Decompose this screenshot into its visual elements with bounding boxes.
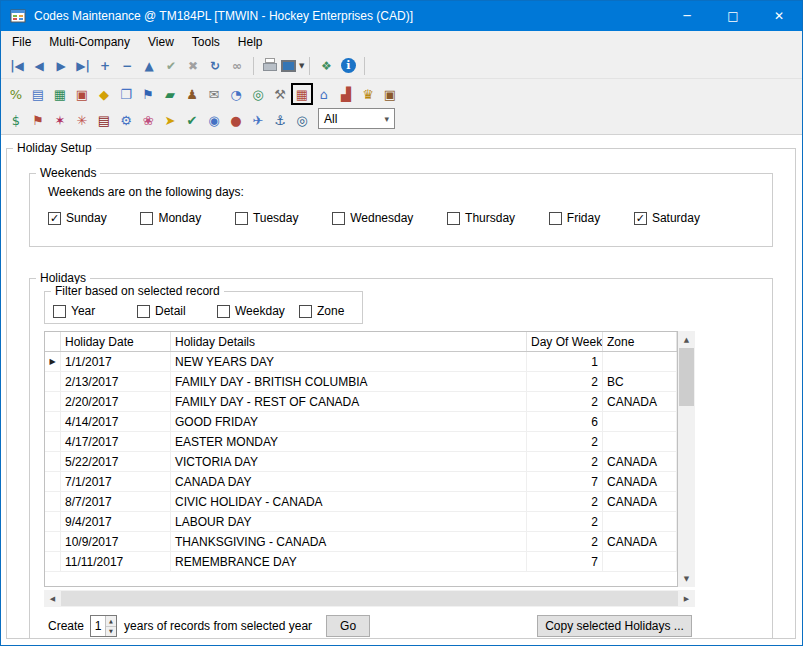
next-record-button[interactable]: ▶ [50,55,72,77]
vertical-scroll-thumb[interactable] [679,348,694,406]
holiday-row[interactable]: 4/14/2017GOOD FRIDAY6 [45,412,677,432]
weekend-checkbox-saturday[interactable]: ✓Saturday [634,211,700,225]
scroll-left-button[interactable]: ◀ [44,590,61,607]
badge-codes-icon[interactable]: ◆ [94,84,114,104]
check-codes-icon[interactable]: ✔ [182,110,202,130]
weekend-checkbox-sunday[interactable]: ✓Sunday [48,211,107,225]
checkbox-box[interactable] [140,212,153,225]
print-button[interactable] [259,55,281,77]
column-header-holiday-details[interactable]: Holiday Details [171,332,527,351]
calendar-codes-icon[interactable]: ▣ [72,84,92,104]
delete-record-button[interactable]: − [116,55,138,77]
clock-codes-icon[interactable]: ◔ [226,84,246,104]
title-bar[interactable]: Codes Maintenance @ TM184PL [TMWIN - Hoc… [1,1,802,31]
column-header-zone[interactable]: Zone [603,332,677,351]
truck-codes-icon[interactable]: ▰ [160,84,180,104]
weekend-checkbox-tuesday[interactable]: Tuesday [235,211,299,225]
report-codes-icon[interactable]: ▤ [94,110,114,130]
filter-checkbox-weekday[interactable]: Weekday [217,304,299,318]
horizontal-scroll-thumb[interactable] [61,591,678,606]
currency-codes-icon[interactable]: $ [6,110,26,130]
holiday-row[interactable]: 4/17/2017EASTER MONDAY2 [45,432,677,452]
target-codes-icon[interactable]: ◉ [204,110,224,130]
holiday-row[interactable]: 11/11/2017REMEMBRANCE DAY7 [45,552,677,572]
about-button[interactable]: i [337,55,359,77]
weekend-checkbox-monday[interactable]: Monday [140,211,201,225]
scroll-up-button[interactable]: ▲ [678,331,695,348]
filter-checkbox-year[interactable]: Year [53,304,137,318]
plane-codes-icon[interactable]: ✈ [248,110,268,130]
window-list-button[interactable]: ❖ [315,55,337,77]
horizontal-scroll-track[interactable] [61,590,678,607]
holiday-row[interactable]: 5/22/2017VICTORIA DAY2CANADA [45,452,677,472]
scroll-right-button[interactable]: ▶ [678,590,695,607]
flower-codes-icon[interactable]: ❀ [138,110,158,130]
burst-codes-icon[interactable]: ✳ [72,110,92,130]
column-header-day-of-week[interactable]: Day Of Week [527,332,603,351]
weekend-checkbox-friday[interactable]: Friday [549,211,600,225]
holiday-row[interactable]: ▶1/1/2017NEW YEARS DAY1 [45,352,677,372]
weekend-checkbox-wednesday[interactable]: Wednesday [332,211,413,225]
holiday-setup-icon[interactable]: ▦ [292,84,312,104]
checkbox-box[interactable] [549,212,562,225]
menu-item-view[interactable]: View [139,32,183,52]
scroll-down-button[interactable]: ▼ [678,570,695,587]
checkbox-box[interactable] [299,305,312,318]
column-header-holiday-date[interactable]: Holiday Date [61,332,171,351]
checkbox-box[interactable]: ✓ [634,212,647,225]
factory-codes-icon[interactable]: ▟ [336,84,356,104]
post-edit-button[interactable]: ✔ [160,55,182,77]
link-records-button[interactable]: ∞ [226,55,248,77]
checkbox-box[interactable] [137,305,150,318]
chart-codes-icon[interactable]: ▦ [50,84,70,104]
dot-codes-icon[interactable]: ● [226,110,246,130]
holiday-row[interactable]: 8/7/2017CIVIC HOLIDAY - CANADA2CANADA [45,492,677,512]
cancel-edit-button[interactable]: ✖ [182,55,204,77]
home-codes-icon[interactable]: ⌂ [314,84,334,104]
checkbox-box[interactable]: ✓ [48,212,61,225]
checkbox-box[interactable] [235,212,248,225]
flag-red-codes-icon[interactable]: ⚑ [28,110,48,130]
holiday-row[interactable]: 2/20/2017FAMILY DAY - REST OF CANADA2CAN… [45,392,677,412]
vertical-scroll-track[interactable] [678,348,695,570]
prior-record-button[interactable]: ◀ [28,55,50,77]
refresh-button[interactable]: ↻ [204,55,226,77]
checkbox-box[interactable] [447,212,460,225]
anchor-codes-icon[interactable]: ⚓ [270,110,290,130]
go-button[interactable]: Go [326,615,370,637]
minimize-button[interactable]: ─ [664,1,710,31]
edit-record-button[interactable]: ▲ [138,55,160,77]
box-codes-icon[interactable]: ▣ [380,84,400,104]
percent-codes-icon[interactable]: % [6,84,26,104]
mail-codes-icon[interactable]: ✉ [204,84,224,104]
maximize-button[interactable]: □ [710,1,756,31]
menu-item-tools[interactable]: Tools [183,32,229,52]
menu-item-multi-company[interactable]: Multi-Company [40,32,139,52]
gear-codes-icon[interactable]: ⚙ [116,110,136,130]
spin-up-button[interactable]: ▲ [106,616,116,627]
arrow-codes-icon[interactable]: ➤ [160,110,180,130]
close-button[interactable]: ✕ [756,1,802,31]
form-codes-icon[interactable]: ▤ [28,84,48,104]
filter-checkbox-zone[interactable]: Zone [299,304,344,318]
copy-holidays-button[interactable]: Copy selected Holidays ... [537,615,692,637]
spin-down-button[interactable]: ▼ [106,627,116,637]
weekend-checkbox-thursday[interactable]: Thursday [447,211,515,225]
checkbox-box[interactable] [53,305,66,318]
checkbox-box[interactable] [217,305,230,318]
star-codes-icon[interactable]: ✶ [50,110,70,130]
years-count-spinner[interactable]: 1 ▲ ▼ [90,615,117,637]
flag-codes-icon[interactable]: ⚑ [138,84,158,104]
last-record-button[interactable]: ▶| [72,55,94,77]
codes-filter-dropdown[interactable]: All ▾ [318,108,395,129]
driver-codes-icon[interactable]: ♟ [182,84,202,104]
holiday-row[interactable]: 10/9/2017THANKSGIVING - CANADA2CANADA [45,532,677,552]
crown-codes-icon[interactable]: ♛ [358,84,378,104]
insert-record-button[interactable]: + [94,55,116,77]
grid-vertical-scrollbar[interactable]: ▲ ▼ [678,331,695,587]
menu-item-help[interactable]: Help [229,32,272,52]
print-preview-button[interactable]: ▼ [281,55,304,77]
first-record-button[interactable]: |◀ [6,55,28,77]
checkbox-box[interactable] [332,212,345,225]
grid-horizontal-scrollbar[interactable]: ◀ ▶ [44,590,695,607]
